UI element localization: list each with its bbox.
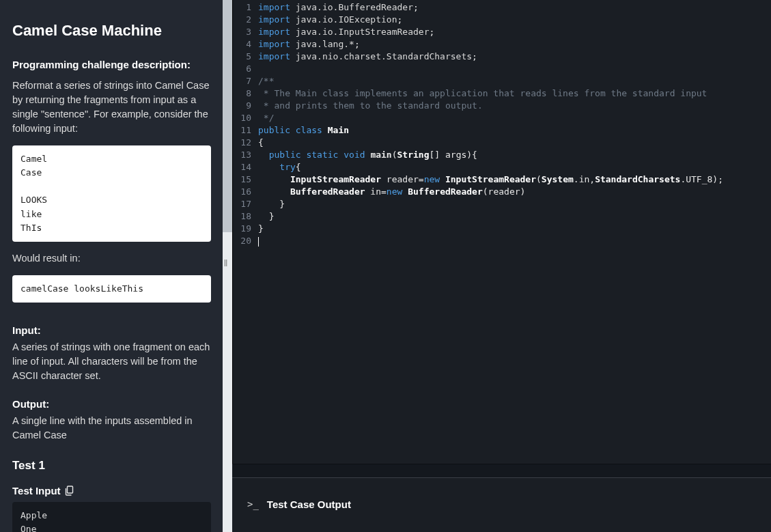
code-area[interactable]: import java.io.BufferedReader;import jav… <box>255 0 771 464</box>
output-heading: Output: <box>12 398 211 410</box>
app-root: Camel Case Machine Programming challenge… <box>0 0 771 532</box>
would-result-label: Would result in: <box>12 251 211 266</box>
example-output-box: camelCase looksLikeThis <box>12 275 211 303</box>
right-pane: 1234567891011121314151617181920 import j… <box>232 0 771 532</box>
splitter-handle-icon[interactable]: || <box>224 261 231 269</box>
output-body: A single line with the inputs assembled … <box>12 414 211 443</box>
panel-splitter[interactable]: || <box>223 0 232 532</box>
copy-icon[interactable] <box>65 486 74 496</box>
problem-title: Camel Case Machine <box>12 22 211 40</box>
desc-heading: Programming challenge description: <box>12 59 211 70</box>
desc-body: Reformat a series of strings into Camel … <box>12 79 211 136</box>
input-heading: Input: <box>12 324 211 336</box>
output-panel[interactable]: >_ Test Case Output <box>232 477 771 532</box>
editor-status-bar <box>232 464 771 477</box>
output-panel-title: Test Case Output <box>267 499 351 510</box>
test-input-label: Test Input <box>12 485 211 496</box>
svg-rect-0 <box>67 486 72 493</box>
code-editor[interactable]: 1234567891011121314151617181920 import j… <box>232 0 771 464</box>
test-input-box: Apple One Apple <box>12 502 211 532</box>
test-1-heading: Test 1 <box>12 459 211 473</box>
input-body: A series of strings with one fragment on… <box>12 340 211 383</box>
line-number-gutter: 1234567891011121314151617181920 <box>233 0 255 464</box>
terminal-prompt-icon: >_ <box>247 499 259 509</box>
example-input-box: Camel Case LOOKS like ThIs <box>12 145 211 242</box>
test-input-label-text: Test Input <box>12 485 61 496</box>
problem-panel[interactable]: Camel Case Machine Programming challenge… <box>0 0 223 532</box>
